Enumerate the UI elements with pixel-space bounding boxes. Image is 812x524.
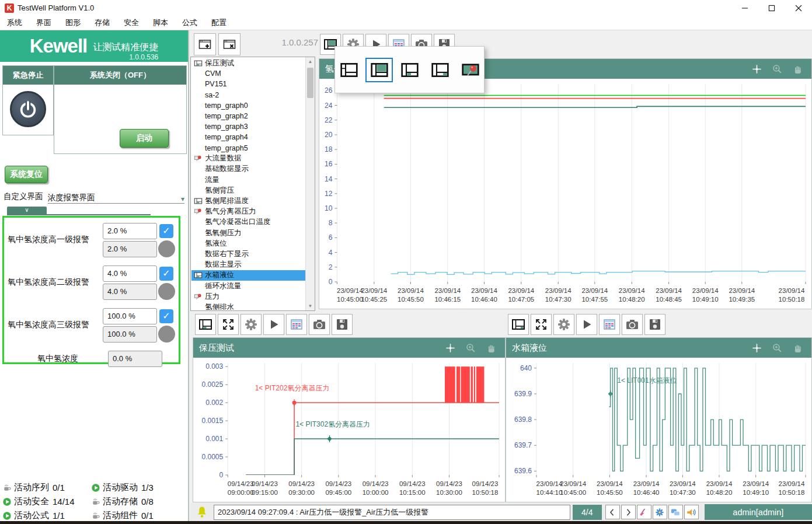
list-item[interactable]: 数据主显示 xyxy=(191,260,305,270)
scrollbar-thumb[interactable] xyxy=(307,68,313,98)
list-item[interactable]: 氢氧侧压力 xyxy=(191,228,305,238)
alarm-enable-checkbox[interactable]: ✓ xyxy=(159,267,173,281)
list-item-selected[interactable]: 水箱液位 xyxy=(191,270,305,281)
list-item[interactable]: 氢气冷凝器出口温度 xyxy=(191,217,305,228)
scroll-up-icon[interactable]: ▲ xyxy=(306,57,315,66)
minimize-button[interactable] xyxy=(731,0,758,16)
hand-tool[interactable] xyxy=(486,343,497,354)
collapse-bar[interactable]: ∨ xyxy=(7,207,151,215)
svg-text:18: 18 xyxy=(325,145,333,153)
chat-button[interactable] xyxy=(668,505,683,519)
camera-button[interactable] xyxy=(309,314,330,335)
maximize-button[interactable] xyxy=(758,0,785,16)
scroll-down-icon[interactable]: ▼ xyxy=(306,302,315,310)
emergency-stop-button[interactable] xyxy=(10,91,46,127)
play-circle-icon xyxy=(91,483,100,492)
chevron-left-button[interactable] xyxy=(605,505,620,519)
layout-bl-button[interactable] xyxy=(195,314,216,335)
layout-br-button[interactable] xyxy=(508,314,529,335)
broom-button[interactable] xyxy=(637,505,651,519)
list-item[interactable]: 压力 xyxy=(191,291,305,302)
gear-alert-button[interactable] xyxy=(653,505,667,519)
graph-list-panel: 保压测试CVMPV151sa-2temp_graph0temp_graph2te… xyxy=(190,57,315,311)
menu-item-7[interactable]: 公式 xyxy=(175,18,204,28)
chart-plot-area[interactable]: 23/09/1410:45:0023/09/1410:45:2523/09/14… xyxy=(319,79,811,309)
list-item[interactable]: 流量 xyxy=(191,174,305,185)
popup-layout-bl[interactable] xyxy=(396,58,423,82)
popup-layout-br[interactable] xyxy=(426,58,454,82)
menu-item-6[interactable]: 脚本 xyxy=(146,18,175,28)
list-item[interactable]: 循环水流量 xyxy=(191,281,305,291)
list-scrollbar[interactable]: ▲ ▼ xyxy=(305,57,315,310)
alarm-setpoint-input[interactable]: 100.0 % xyxy=(103,308,157,324)
menu-item-1[interactable]: 系统 xyxy=(0,18,29,28)
activity-count: 0/8 xyxy=(141,497,154,506)
window-close-button[interactable] xyxy=(218,33,241,55)
save-button[interactable] xyxy=(332,314,353,335)
list-item[interactable]: CVM xyxy=(191,68,305,79)
play-button[interactable] xyxy=(263,314,284,335)
menu-item-5[interactable]: 安全 xyxy=(117,18,146,28)
list-item[interactable]: PV151 xyxy=(191,79,305,89)
gear-button[interactable] xyxy=(553,314,574,335)
alarm-enable-checkbox[interactable]: ✓ xyxy=(159,224,173,238)
hand-tool[interactable] xyxy=(792,64,803,75)
table-button[interactable] xyxy=(286,314,307,335)
table-button[interactable] xyxy=(599,314,620,335)
popup-layout-top-selected[interactable] xyxy=(365,58,393,82)
list-item[interactable]: temp_graph2 xyxy=(191,111,305,121)
window-new-button[interactable] xyxy=(194,33,216,55)
alarm-bell-icon[interactable] xyxy=(195,505,209,519)
custom-ui-select[interactable]: 浓度报警界面 ▾ xyxy=(48,190,185,204)
zoom-tool[interactable] xyxy=(772,343,783,354)
chart-title: 水箱液位 xyxy=(512,343,751,354)
list-item[interactable]: sa-2 xyxy=(191,90,305,100)
list-item[interactable]: 氢侧尾排温度 xyxy=(191,195,305,206)
chart-plot-area[interactable]: 09/14/2309:00:0009/14/2309:15:0009/14/23… xyxy=(193,358,505,502)
popup-layout-plain[interactable] xyxy=(335,58,363,82)
start-button[interactable]: 启动 xyxy=(120,129,169,148)
hand-tool[interactable] xyxy=(792,343,803,354)
alarm-enable-checkbox[interactable]: ✓ xyxy=(159,309,173,323)
gear-button[interactable] xyxy=(241,314,262,335)
svg-text:10:46:15: 10:46:15 xyxy=(434,296,461,303)
crosshair-tool[interactable] xyxy=(751,64,762,75)
list-item[interactable]: 基础数据显示 xyxy=(191,164,305,174)
list-item[interactable]: 氢液位 xyxy=(191,238,305,249)
menu-item-4[interactable]: 存储 xyxy=(88,18,117,28)
chevron-down-icon: ∨ xyxy=(7,207,47,214)
crosshair-tool[interactable] xyxy=(751,343,762,354)
list-item[interactable]: 氢气分离器压力 xyxy=(191,207,305,217)
expand-button[interactable] xyxy=(218,314,239,335)
speaker-button[interactable] xyxy=(684,505,699,519)
chevron-right-button[interactable] xyxy=(621,505,636,519)
camera-button[interactable] xyxy=(622,314,643,335)
menu-item-2[interactable]: 界面 xyxy=(29,18,58,28)
alarm-setpoint-input[interactable]: 4.0 % xyxy=(103,266,157,282)
list-item[interactable]: temp_graph0 xyxy=(191,100,305,111)
brand-banner: Kewell 让测试精准便捷 1.0.0.536 xyxy=(0,30,188,62)
list-item[interactable]: 氢侧排水 xyxy=(191,302,305,310)
expand-button[interactable] xyxy=(531,314,552,335)
svg-text:10: 10 xyxy=(325,204,333,212)
list-item[interactable]: 大流量数据 xyxy=(191,153,305,164)
close-button[interactable] xyxy=(785,0,812,16)
menu-item-3[interactable]: 图形 xyxy=(58,18,88,28)
menu-item-8[interactable]: 配置 xyxy=(204,18,234,28)
alarm-setpoint-input[interactable]: 2.0 % xyxy=(103,223,157,239)
list-item[interactable]: 数据右下显示 xyxy=(191,249,305,259)
list-item[interactable]: 保压测试 xyxy=(191,58,305,68)
list-item[interactable]: temp_graph4 xyxy=(191,132,305,142)
play-button[interactable] xyxy=(576,314,597,335)
zoom-tool[interactable] xyxy=(772,64,783,75)
list-item[interactable]: temp_graph5 xyxy=(191,143,305,153)
chart-plot-area[interactable]: 23/09/1410:44:1023/09/1410:45:0023/09/14… xyxy=(506,358,811,502)
system-reset-button[interactable]: 系统复位 xyxy=(5,166,48,183)
save-button[interactable] xyxy=(644,314,665,335)
list-item[interactable]: 氢侧背压 xyxy=(191,185,305,195)
svg-text:23/09/14: 23/09/14 xyxy=(536,480,563,487)
crosshair-tool[interactable] xyxy=(445,343,456,354)
zoom-tool[interactable] xyxy=(465,343,476,354)
list-item[interactable]: temp_graph3 xyxy=(191,121,305,132)
popup-pin-screen[interactable] xyxy=(456,58,484,82)
